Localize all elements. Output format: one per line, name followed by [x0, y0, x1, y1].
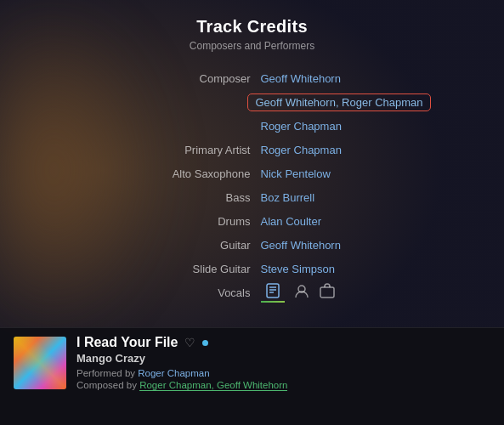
share-tab-icon[interactable] [319, 283, 336, 303]
bottom-player-bar: I Read Your File ♡ Mango Crazy Performed… [0, 327, 504, 425]
heart-icon[interactable]: ♡ [184, 336, 195, 349]
credit-name-primary-artist[interactable]: Roger Chapman [261, 144, 431, 156]
credit-name-alto-sax[interactable]: Nick Pentelow [261, 167, 431, 180]
performed-by-artist-link[interactable]: Roger Chapman [138, 368, 209, 378]
credit-name-bass[interactable]: Boz Burrell [261, 191, 431, 204]
track-title-row: I Read Your File ♡ [76, 335, 490, 350]
credits-table: Composer Geoff Whitehorn Geoff Whitehorn… [74, 67, 431, 303]
performed-by-label: Performed by [76, 368, 135, 378]
credit-row-vocals: Vocals [74, 281, 431, 303]
svg-rect-0 [267, 284, 279, 298]
credit-row-composer: Composer Geoff Whitehorn [74, 67, 431, 89]
credit-name-guitar[interactable]: Geoff Whitehorn [261, 239, 431, 252]
active-tab-indicator [261, 301, 285, 303]
credit-row-slide-guitar: Slide Guitar Steve Simpson [74, 258, 431, 280]
credit-name-roger[interactable]: Roger Chapman [261, 120, 431, 133]
album-art[interactable] [14, 337, 66, 389]
svg-rect-5 [320, 287, 334, 298]
credit-role-composer: Composer [150, 72, 261, 85]
performed-by: Performed by Roger Chapman [76, 368, 490, 378]
credit-row-bass: Bass Boz Burrell [74, 186, 431, 208]
credit-row-roger: Roger Chapman [74, 115, 431, 137]
credits-panel: Track Credits Composers and Performers C… [0, 0, 504, 327]
credit-role-bass: Bass [150, 191, 261, 204]
credit-row-primary-artist: Primary Artist Roger Chapman [74, 139, 431, 161]
credit-role-slide-guitar: Slide Guitar [150, 263, 261, 275]
credit-row-guitar: Guitar Geoff Whitehorn [74, 234, 431, 256]
composed-by-artists-link[interactable]: Roger Chapman, Geoff Whitehorn [139, 380, 287, 391]
composed-by-label: Composed by [76, 380, 137, 390]
credit-name-vocals [261, 282, 431, 303]
track-info-area: I Read Your File ♡ Mango Crazy Performed… [0, 328, 504, 390]
user-tab-icon[interactable] [293, 283, 310, 303]
credit-row-alto-sax: Alto Saxophone Nick Pentelow [74, 162, 431, 184]
credit-role-alto-sax: Alto Saxophone [150, 167, 261, 180]
credit-role-drums: Drums [150, 215, 261, 228]
credit-row-highlighted: Geoff Whitehorn, Roger Chapman [74, 91, 431, 113]
credits-title: Track Credits [196, 17, 308, 37]
composed-by: Composed by Roger Chapman, Geoff Whiteho… [76, 380, 490, 390]
credit-name-composer[interactable]: Geoff Whitehorn [261, 72, 431, 85]
credit-role-guitar: Guitar [150, 239, 261, 252]
credit-name-highlighted[interactable]: Geoff Whitehorn, Roger Chapman [247, 94, 430, 111]
track-title: I Read Your File [76, 335, 178, 350]
track-text: I Read Your File ♡ Mango Crazy Performed… [76, 335, 490, 390]
credit-name-drums[interactable]: Alan Coulter [261, 215, 431, 228]
credit-role-vocals: Vocals [150, 286, 261, 299]
credits-subtitle: Composers and Performers [190, 40, 314, 52]
album-art-image [14, 337, 66, 389]
main-content: Track Credits Composers and Performers C… [0, 0, 504, 425]
credit-name-slide-guitar[interactable]: Steve Simpson [261, 263, 431, 275]
credit-row-drums: Drums Alan Coulter [74, 210, 431, 232]
credit-role-primary-artist: Primary Artist [150, 144, 261, 156]
dot-indicator [202, 340, 208, 346]
credits-tab-icon[interactable] [261, 282, 285, 303]
album-name: Mango Crazy [76, 352, 490, 365]
